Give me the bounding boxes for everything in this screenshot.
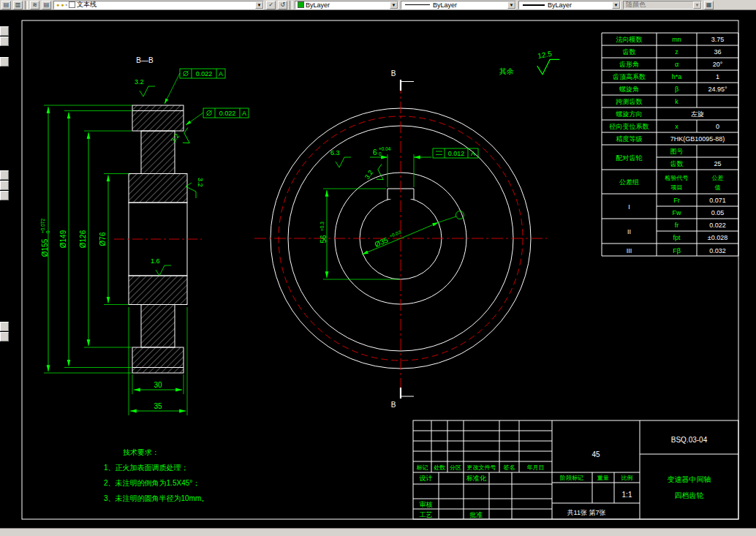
lineweight-dropdown[interactable]: ByLayer ▼	[518, 1, 621, 10]
side-toolbar-button[interactable]	[0, 181, 9, 190]
linetype-dropdown[interactable]: ByLayer ▼	[401, 1, 516, 10]
fcf-cylindricity-2: 0.022 A	[186, 108, 249, 125]
layer-states-icon[interactable]: ▤	[42, 1, 51, 10]
svg-text:Ø35: Ø35	[374, 235, 390, 249]
command-line-strip[interactable]	[0, 528, 756, 536]
svg-text:1: 1	[716, 73, 719, 80]
section-view-title: B—B	[136, 56, 154, 64]
process-label: 工艺	[420, 511, 433, 518]
scale-value: 1:1	[622, 491, 632, 499]
roughness-side: 3.2	[186, 178, 204, 198]
svg-text:fpt: fpt	[673, 234, 681, 241]
properties-icon[interactable]: ▤	[1, 1, 11, 10]
svg-text:螺旋角: 螺旋角	[619, 86, 639, 93]
svg-text:齿顶高系数: 齿顶高系数	[613, 73, 646, 80]
layer-on-icon: ●	[56, 2, 59, 7]
svg-text:0: 0	[379, 151, 382, 156]
svg-text:7HK(GB10095-88): 7HK(GB10095-88)	[670, 135, 725, 143]
svg-text:标记: 标记	[417, 464, 428, 471]
svg-text:α: α	[675, 61, 678, 68]
svg-text:I: I	[628, 203, 630, 211]
svg-text:齿形角: 齿形角	[619, 61, 639, 68]
drawing-canvas[interactable]: B—B Ø155 +0.072 0	[0, 10, 756, 528]
svg-text:图号: 图号	[670, 148, 684, 155]
svg-text:公差组: 公差组	[619, 178, 639, 186]
svg-text:配对齿轮: 配对齿轮	[616, 154, 643, 162]
top-toolbar: ▤ ▥ ≋ ▤ ● ● ▪ 文本线 ▼ ✓ ↺ ByLayer ▼ ByLaye…	[0, 0, 756, 10]
svg-text:3.2: 3.2	[135, 78, 144, 86]
svg-text:mn: mn	[672, 36, 681, 43]
side-toolbar-button[interactable]	[0, 191, 9, 200]
svg-text:h*a: h*a	[672, 73, 682, 80]
layer-previous-icon[interactable]: ↺	[278, 1, 287, 10]
linetype-dropdown-arrow[interactable]: ▼	[507, 1, 515, 9]
side-toolbar-button[interactable]	[0, 322, 9, 331]
svg-text:A: A	[471, 150, 475, 157]
svg-text:20°: 20°	[713, 61, 723, 68]
svg-text:0.05: 0.05	[711, 209, 725, 216]
layer-lock-icon: ▪	[65, 2, 67, 7]
svg-text:精度等级: 精度等级	[616, 135, 643, 143]
lineweight-sample-icon	[523, 4, 545, 6]
color-dropdown-arrow[interactable]: ▼	[390, 1, 398, 9]
svg-text:0.022: 0.022	[196, 70, 213, 78]
layer-manager-icon[interactable]: ≋	[30, 1, 39, 10]
layer-dropdown[interactable]: ● ● ▪ 文本线 ▼	[53, 1, 264, 10]
svg-text:0.032: 0.032	[709, 247, 726, 254]
fcf-symmetry: 0.012 A	[433, 148, 478, 158]
svg-text:值: 值	[715, 184, 721, 191]
roughness-icon	[537, 59, 559, 74]
make-layer-current-icon[interactable]: ✓	[266, 1, 276, 10]
svg-text:+0.04: +0.04	[379, 146, 391, 151]
svg-text:36: 36	[714, 48, 721, 56]
svg-text:3.75: 3.75	[711, 36, 725, 43]
svg-text:螺旋方向: 螺旋方向	[616, 110, 643, 118]
sheet-info: 共11张 第7张	[567, 509, 606, 516]
svg-text:0.022: 0.022	[709, 222, 726, 229]
svg-text:k: k	[675, 98, 678, 105]
material: 45	[591, 450, 600, 458]
fcf-cylindricity-1: 0.022 A	[165, 69, 225, 104]
linetype-sample-icon	[405, 4, 430, 5]
svg-text:项目: 项目	[671, 184, 683, 191]
current-plotstyle-name: 随颜色	[626, 0, 646, 10]
side-toolbar-button[interactable]	[0, 37, 9, 46]
svg-text:法向模数: 法向模数	[616, 36, 643, 43]
default-roughness-prefix: 其余	[499, 67, 514, 75]
stage-label: 阶段标记	[560, 475, 583, 481]
cut-label-bottom: B	[391, 401, 396, 409]
svg-text:+0.03: +0.03	[388, 229, 401, 238]
svg-text:更改文件号: 更改文件号	[467, 464, 496, 471]
standardize-label: 标准化	[466, 475, 487, 482]
roughness-top: 3.2	[135, 78, 155, 97]
svg-text:24.95°: 24.95°	[708, 86, 727, 93]
side-toolbar-button[interactable]	[0, 332, 9, 341]
cad-drawing[interactable]: B—B Ø155 +0.072 0	[0, 10, 756, 528]
side-toolbar-button[interactable]	[0, 26, 9, 36]
lineweight-dropdown-arrow[interactable]: ▼	[612, 1, 620, 9]
svg-text:齿数: 齿数	[623, 48, 636, 56]
toolbar-extra-icon[interactable]: ▦	[704, 1, 714, 10]
svg-text:径向变位系数: 径向变位系数	[609, 123, 649, 130]
drawing-number: BSQ.03-04	[671, 436, 708, 444]
svg-text:处数: 处数	[434, 464, 445, 471]
svg-text:+0.3: +0.3	[320, 222, 325, 231]
dim-d126: Ø126	[79, 230, 87, 248]
svg-text:跨测齿数: 跨测齿数	[616, 98, 643, 105]
svg-text:A: A	[242, 110, 246, 117]
svg-text:左旋: 左旋	[691, 110, 704, 118]
svg-text:Fr: Fr	[673, 197, 680, 204]
svg-text:II: II	[627, 228, 631, 235]
svg-text:x: x	[675, 123, 678, 130]
color-dropdown[interactable]: ByLayer ▼	[295, 1, 398, 10]
side-toolbar-button[interactable]	[0, 170, 9, 180]
dim-w30: 30	[154, 381, 162, 389]
approve-label: 批准	[469, 511, 483, 518]
design-label: 设计	[420, 475, 433, 482]
designcenter-icon[interactable]: ▥	[13, 1, 23, 10]
layer-dropdown-arrow[interactable]: ▼	[255, 1, 263, 9]
side-toolbar-button[interactable]	[0, 57, 9, 67]
tech-req-title: 技术要求：	[123, 448, 159, 456]
layer-thaw-icon: ●	[61, 2, 64, 7]
layer-color-chip	[69, 1, 75, 8]
